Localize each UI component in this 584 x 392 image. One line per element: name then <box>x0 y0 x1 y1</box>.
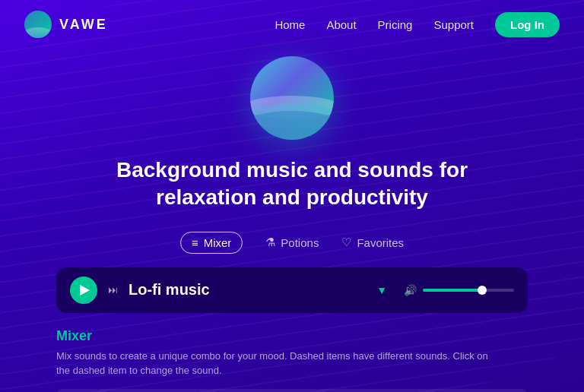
hero-section: Background music and sounds for relaxati… <box>0 49 584 328</box>
play-button[interactable] <box>70 277 97 304</box>
volume-fill <box>423 289 482 292</box>
volume-track[interactable] <box>423 289 514 292</box>
nav-link-pricing[interactable]: Pricing <box>378 18 413 31</box>
skip-button[interactable]: ⏭ <box>108 284 118 296</box>
tab-potions[interactable]: ⚗ Potions <box>265 236 319 249</box>
player-bar: ⏭ Lo-fi music ▼ 🔊 <box>56 267 528 313</box>
brand: VAWE <box>24 11 108 38</box>
brand-logo <box>24 11 52 38</box>
volume-thumb[interactable] <box>478 286 487 295</box>
nav-link-home[interactable]: Home <box>275 18 305 31</box>
tab-favorites[interactable]: ♡ Favorites <box>341 236 404 249</box>
nav-link-support[interactable]: Support <box>433 18 474 31</box>
brand-name: VAWE <box>59 17 108 33</box>
login-button[interactable]: Log In <box>495 12 560 37</box>
tab-favorites-label: Favorites <box>357 236 404 249</box>
nav-link-about[interactable]: About <box>326 18 356 31</box>
tab-mixer-label: Mixer <box>204 236 232 249</box>
hero-title: Background music and sounds for relaxati… <box>71 156 513 212</box>
mixer-title: Mixer <box>56 328 528 344</box>
nav-links: Home About Pricing Support Log In <box>275 12 560 37</box>
search-bar[interactable]: 🔍 Search for sounds <box>56 389 528 392</box>
globe-visual <box>250 56 334 140</box>
mixer-description: Mix sounds to create a unique combo for … <box>56 349 497 378</box>
tab-potions-label: Potions <box>281 236 319 249</box>
logo-wave <box>24 27 52 38</box>
track-name: Lo-fi music <box>129 281 366 299</box>
volume-icon: 🔊 <box>404 284 417 296</box>
navbar: VAWE Home About Pricing Support Log In <box>0 0 584 49</box>
volume-control: 🔊 <box>404 284 514 296</box>
track-dropdown[interactable]: ▼ <box>376 284 387 296</box>
globe-wave-3 <box>250 111 334 140</box>
mixer-icon: ≡ <box>192 236 198 249</box>
tab-mixer[interactable]: ≡ Mixer <box>180 232 243 254</box>
tabs-row: ≡ Mixer ⚗ Potions ♡ Favorites <box>180 232 404 254</box>
play-icon <box>80 285 90 296</box>
potions-icon: ⚗ <box>265 236 275 249</box>
favorites-icon: ♡ <box>341 236 351 249</box>
mixer-section: Mixer Mix sounds to create a unique comb… <box>0 328 584 392</box>
